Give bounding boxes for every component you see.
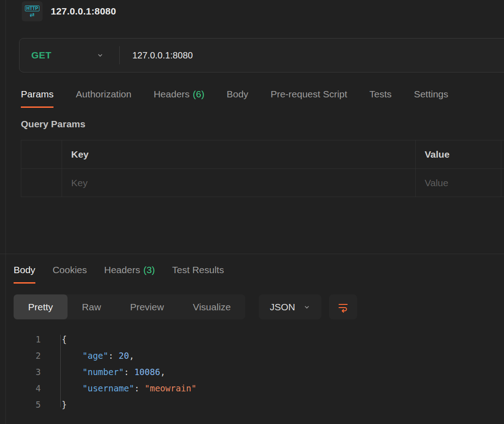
res-tab-test-results[interactable]: Test Results xyxy=(172,265,224,284)
response-code-editor[interactable]: 1 { 2 "age": 20, 3 "number": 10086, 4 "u… xyxy=(14,331,196,413)
pane-splitter[interactable] xyxy=(0,254,504,254)
tab-settings-label: Settings xyxy=(414,89,448,99)
table-header-value: Value xyxy=(415,140,501,169)
code-line: 2 "age": 20, xyxy=(14,347,196,364)
url-input[interactable] xyxy=(120,39,504,72)
code-line: 5 } xyxy=(14,396,196,413)
param-value-input[interactable]: Value xyxy=(415,169,501,197)
wrap-lines-icon xyxy=(337,301,349,313)
format-select-value: JSON xyxy=(270,302,295,313)
http-protocol-icon: HTTP ⇄ xyxy=(22,1,43,21)
query-params-heading: Query Params xyxy=(21,119,85,130)
param-key-input[interactable]: Key xyxy=(62,169,415,197)
res-tab-headers[interactable]: Headers(3) xyxy=(104,265,155,284)
res-tab-test-results-label: Test Results xyxy=(172,265,224,275)
param-value-placeholder: Value xyxy=(425,178,448,188)
res-tab-headers-label: Headers xyxy=(104,265,140,275)
line-number: 2 xyxy=(14,351,41,361)
table-header-extra xyxy=(501,140,504,169)
code-line: 3 "number": 10086, xyxy=(14,364,196,380)
tab-pre-request-script[interactable]: Pre-request Script xyxy=(271,89,347,108)
view-tab-preview[interactable]: Preview xyxy=(116,294,179,319)
tab-headers-count: (6) xyxy=(193,89,204,99)
view-tab-visualize-label: Visualize xyxy=(193,302,231,313)
http-arrows-icon: ⇄ xyxy=(30,12,35,18)
table-header-key: Key xyxy=(62,140,415,169)
http-badge-text: HTTP xyxy=(25,5,39,11)
view-tab-raw[interactable]: Raw xyxy=(68,294,116,319)
line-number: 4 xyxy=(14,383,41,393)
chevron-down-icon xyxy=(97,52,104,59)
tab-headers[interactable]: Headers(6) xyxy=(154,89,204,108)
tab-pre-request-script-label: Pre-request Script xyxy=(271,89,347,99)
view-tab-pretty[interactable]: Pretty xyxy=(14,294,68,319)
chevron-down-icon xyxy=(303,304,310,311)
tab-authorization-label: Authorization xyxy=(76,89,131,99)
res-tab-body-label: Body xyxy=(14,265,35,275)
res-tab-headers-count: (3) xyxy=(143,265,155,275)
request-header: HTTP ⇄ 127.0.0.1:8080 xyxy=(22,1,116,22)
response-view-tabs: Pretty Raw Preview Visualize xyxy=(14,294,245,319)
table-select-column-header xyxy=(21,140,62,169)
sidebar-divider xyxy=(5,0,6,424)
tab-headers-label: Headers xyxy=(154,89,189,99)
request-title: 127.0.0.1:8080 xyxy=(51,6,116,17)
line-number: 3 xyxy=(14,367,41,377)
tab-authorization[interactable]: Authorization xyxy=(76,89,131,108)
tab-params[interactable]: Params xyxy=(21,89,53,108)
tab-settings[interactable]: Settings xyxy=(414,89,448,108)
view-tab-preview-label: Preview xyxy=(130,302,164,313)
code-line: 4 "username": "meowrain" xyxy=(14,380,196,396)
view-tab-raw-label: Raw xyxy=(82,302,101,313)
table-row-select-cell xyxy=(21,169,62,197)
query-params-table: Key Value Key Value xyxy=(21,140,504,197)
param-extra-cell xyxy=(501,169,504,197)
tab-tests[interactable]: Tests xyxy=(369,89,392,108)
method-select[interactable]: GET xyxy=(19,39,119,72)
wrap-lines-button[interactable] xyxy=(329,294,357,319)
line-number: 5 xyxy=(14,400,41,410)
code-line: 1 { xyxy=(14,331,196,347)
format-select[interactable]: JSON xyxy=(259,294,321,319)
param-key-placeholder: Key xyxy=(71,178,87,188)
url-bar: GET xyxy=(19,38,504,72)
res-tab-cookies[interactable]: Cookies xyxy=(53,265,87,284)
response-tabs: Body Cookies Headers(3) Test Results xyxy=(14,265,224,284)
response-view-bar: Pretty Raw Preview Visualize JSON xyxy=(14,294,357,319)
res-tab-body[interactable]: Body xyxy=(14,265,35,284)
method-label: GET xyxy=(31,50,51,61)
tab-params-label: Params xyxy=(21,89,53,99)
res-tab-cookies-label: Cookies xyxy=(53,265,87,275)
tab-body-label: Body xyxy=(227,89,248,99)
view-tab-pretty-label: Pretty xyxy=(28,302,53,313)
tab-tests-label: Tests xyxy=(369,89,392,99)
request-tabs: Params Authorization Headers(6) Body Pre… xyxy=(21,89,448,108)
tab-body[interactable]: Body xyxy=(227,89,248,108)
line-number: 1 xyxy=(14,334,41,344)
view-tab-visualize[interactable]: Visualize xyxy=(179,294,246,319)
